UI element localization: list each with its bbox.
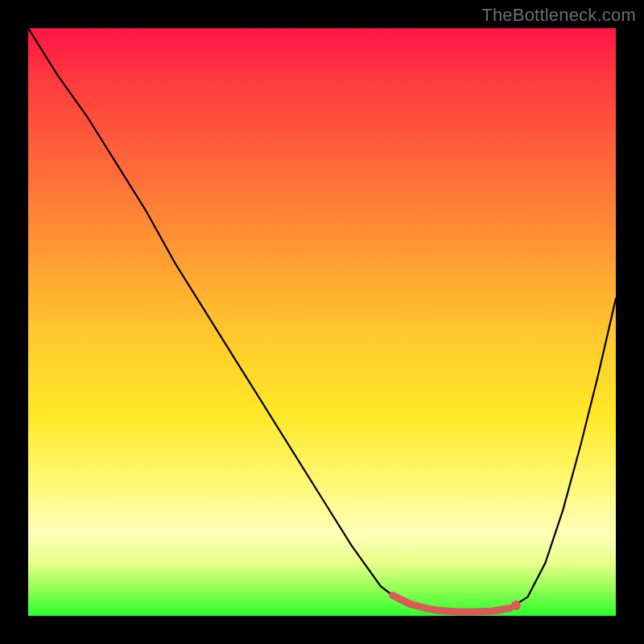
bottleneck-curve [28, 28, 616, 612]
plot-area [28, 28, 616, 616]
watermark-text: TheBottleneck.com [481, 5, 636, 26]
flat-region-end-dot [511, 601, 521, 610]
curve-layer [28, 28, 616, 616]
flat-region-highlight [393, 596, 510, 612]
chart-container: TheBottleneck.com [0, 0, 644, 644]
